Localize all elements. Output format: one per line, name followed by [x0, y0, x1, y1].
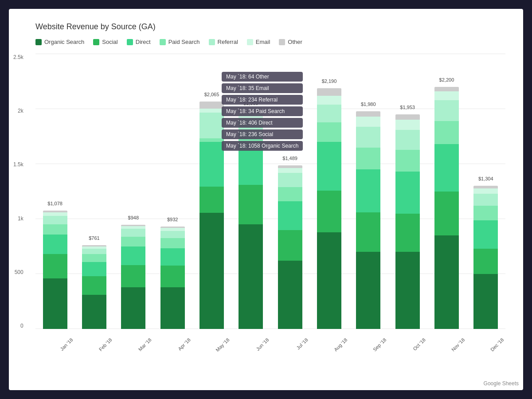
legend-item: Paid Search	[160, 39, 200, 45]
bar-segment-organic-search	[317, 232, 341, 329]
x-axis-label: Nov '18	[450, 337, 466, 352]
google-sheets-label: Google Sheets	[484, 380, 519, 387]
bar-segment-referral	[200, 113, 224, 138]
bar-segment-social	[434, 192, 459, 235]
legend-item: Email	[247, 39, 270, 45]
y-axis-label: 2k	[18, 108, 23, 114]
bar-total-label: $1,980	[361, 102, 376, 107]
y-axis-label: 2.5k	[13, 54, 23, 60]
x-axis-label: Apr '18	[177, 337, 192, 352]
x-axis-label: Dec '18	[489, 337, 505, 352]
bar-group[interactable]: $1,980Sep '18	[349, 111, 388, 329]
stacked-bar	[473, 186, 498, 329]
bar-group[interactable]: $1,078Jan '18	[35, 211, 74, 329]
bar-group[interactable]: $2,190Aug '18	[309, 88, 348, 329]
bar-segment-other	[317, 88, 341, 96]
x-axis-label: Sep '18	[372, 337, 387, 352]
bar-segment-social	[200, 187, 224, 213]
bar-segment-referral	[434, 100, 459, 121]
stacked-bar	[160, 227, 185, 329]
y-axis-label: 1.5k	[13, 161, 23, 168]
bar-segment-social	[43, 254, 67, 278]
bar-segment-direct	[200, 142, 224, 187]
bar-segment-organic-search	[160, 287, 185, 329]
bar-segment-referral	[160, 231, 185, 238]
legend-swatch	[35, 39, 42, 45]
legend-item: Referral	[209, 39, 238, 45]
stacked-bar	[200, 102, 224, 329]
legend-item: Direct	[127, 39, 151, 45]
bar-group[interactable]: $1,304Dec '18	[466, 186, 505, 329]
bar-segment-email	[473, 188, 498, 194]
bar-group[interactable]: $932Apr '18	[153, 227, 192, 329]
tooltip-box: May `18: 34 Paid Search	[222, 106, 303, 116]
legend-swatch	[127, 39, 133, 45]
bar-segment-social	[473, 249, 498, 274]
bar-group[interactable]: $1,953Oct '18	[388, 114, 427, 329]
bar-group[interactable]: $948Mar '18	[114, 225, 153, 329]
bar-segment-social	[317, 191, 341, 232]
legend-label: Email	[256, 39, 270, 45]
bar-segment-paid-search	[434, 121, 459, 144]
y-axis-label: 500	[15, 269, 23, 275]
legend: Organic Search Social Direct Paid Search…	[35, 39, 505, 45]
legend-label: Other	[288, 39, 302, 45]
bar-segment-paid-search	[121, 237, 145, 246]
tooltip-group: May `18: 64 OtherMay `18: 35 EmailMay `1…	[222, 72, 303, 151]
legend-item: Other	[279, 39, 302, 45]
tooltip-box: May `18: 64 Other	[222, 72, 303, 82]
bar-group[interactable]: $761Feb '18	[74, 245, 113, 329]
bar-segment-organic-search	[356, 252, 380, 329]
bar-total-label: $2,065	[204, 92, 219, 97]
bar-segment-organic-search	[121, 287, 145, 329]
bar-segment-organic-search	[278, 261, 302, 329]
bar-segment-paid-search	[160, 238, 185, 248]
legend-item: Organic Search	[35, 39, 84, 45]
x-axis-label: Feb '18	[98, 337, 113, 352]
bar-segment-referral	[82, 249, 106, 254]
bar-segment-referral	[43, 216, 67, 225]
bar-segment-direct	[160, 248, 185, 266]
bar-segment-other	[434, 87, 459, 91]
bar-segment-referral	[395, 130, 420, 150]
y-axis-label: 0	[20, 323, 23, 329]
bar-segment-paid-search	[395, 150, 420, 172]
bar-segment-organic-search	[239, 224, 263, 329]
bar-group[interactable]: $1,489Jul '18	[270, 165, 309, 329]
legend-swatch	[247, 39, 253, 45]
bar-segment-direct	[239, 150, 263, 185]
bar-segment-other	[356, 111, 380, 117]
bar-segment-direct	[395, 172, 420, 213]
x-axis-label: Aug '18	[332, 337, 348, 352]
stacked-bar	[317, 88, 341, 329]
x-axis-label: Mar '18	[137, 337, 152, 352]
bar-segment-email	[434, 91, 459, 100]
bar-segment-referral	[121, 229, 145, 236]
legend-swatch	[279, 39, 285, 45]
bar-group[interactable]: $2,200Nov '18	[427, 87, 466, 329]
bar-segment-email	[278, 168, 302, 173]
bar-total-label: $1,953	[400, 105, 415, 110]
stacked-bar	[82, 245, 106, 329]
stacked-bar	[356, 111, 380, 329]
bar-segment-social	[239, 185, 263, 224]
bar-segment-paid-search	[317, 122, 341, 142]
bar-total-label: $1,489	[282, 156, 297, 161]
tooltip-box: May `18: 406 Direct	[222, 118, 303, 128]
bar-segment-email	[43, 212, 67, 215]
bar-segment-paid-search	[82, 254, 106, 262]
x-axis-label: Jun '18	[255, 337, 270, 352]
bar-segment-organic-search	[395, 252, 420, 329]
bar-segment-organic-search	[43, 278, 67, 329]
tooltip-box: May `18: 35 Email	[222, 83, 303, 93]
bar-total-label: $1,078	[47, 201, 63, 206]
legend-swatch	[93, 39, 99, 45]
legend-label: Organic Search	[44, 39, 84, 45]
bar-segment-direct	[434, 144, 459, 192]
bar-total-label: $1,304	[478, 176, 493, 181]
bar-segment-email	[317, 96, 341, 105]
bar-segment-email	[395, 120, 420, 130]
bar-segment-organic-search	[434, 235, 459, 329]
bar-total-label: $2,190	[322, 78, 337, 84]
bar-segment-organic-search	[200, 213, 224, 329]
